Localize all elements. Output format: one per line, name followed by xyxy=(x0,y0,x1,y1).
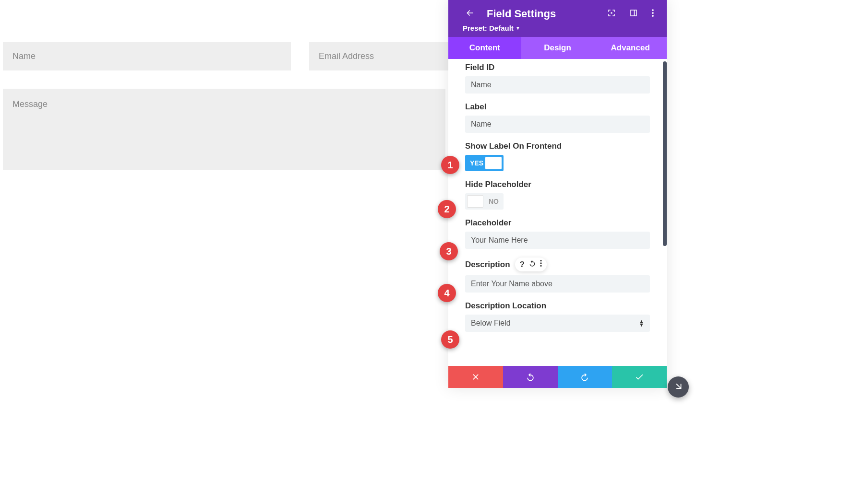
hide-placeholder-group: Hide Placeholder NO xyxy=(465,180,650,210)
field-id-label: Field ID xyxy=(465,63,650,72)
expand-fab[interactable] xyxy=(668,376,689,398)
toggle-yes-text: YES xyxy=(470,159,483,167)
message-textarea[interactable] xyxy=(3,89,445,170)
field-id-input[interactable] xyxy=(465,76,650,94)
more-vertical-icon[interactable] xyxy=(540,259,542,270)
svg-point-2 xyxy=(652,12,654,14)
hide-placeholder-toggle[interactable]: NO xyxy=(465,193,504,210)
panel-header: Field Settings Preset: Default ▼ xyxy=(448,0,667,37)
label-input[interactable] xyxy=(465,116,650,133)
placeholder-input[interactable] xyxy=(465,232,650,249)
redo-button[interactable] xyxy=(558,366,612,388)
caret-down-icon: ▼ xyxy=(516,25,520,31)
annotation-badge-4: 4 xyxy=(438,284,456,302)
show-label-label: Show Label On Frontend xyxy=(465,141,650,151)
annotation-badge-2: 2 xyxy=(438,200,456,218)
hide-placeholder-label: Hide Placeholder xyxy=(465,180,650,189)
annotation-badge-1: 1 xyxy=(441,156,459,174)
panel-title: Field Settings xyxy=(487,8,596,20)
toggle-handle xyxy=(467,195,483,208)
field-hover-actions: ? xyxy=(515,258,547,271)
panel-body: Field ID Label Show Label On Frontend YE… xyxy=(448,59,667,366)
svg-point-5 xyxy=(540,262,541,264)
svg-rect-0 xyxy=(611,12,612,14)
placeholder-label: Placeholder xyxy=(465,218,650,228)
description-group: Description ? xyxy=(465,258,650,293)
svg-point-3 xyxy=(652,15,654,17)
focus-icon[interactable] xyxy=(605,7,618,21)
field-id-group: Field ID xyxy=(465,63,650,94)
preset-dropdown[interactable]: Preset: Default ▼ xyxy=(463,24,656,32)
toggle-no-text: NO xyxy=(489,198,499,205)
reset-icon[interactable] xyxy=(528,259,536,270)
help-icon[interactable]: ? xyxy=(520,260,525,270)
svg-point-6 xyxy=(540,265,541,267)
tab-design[interactable]: Design xyxy=(521,37,594,59)
show-label-toggle[interactable]: YES xyxy=(465,155,504,171)
form-preview xyxy=(0,0,448,172)
description-label-text: Description xyxy=(465,260,510,270)
placeholder-group: Placeholder xyxy=(465,218,650,249)
more-icon[interactable] xyxy=(649,7,656,21)
annotation-badge-5: 5 xyxy=(441,330,459,349)
panel-footer xyxy=(448,366,667,388)
annotation-badge-3: 3 xyxy=(440,242,458,260)
show-label-group: Show Label On Frontend YES xyxy=(465,141,650,171)
undo-button[interactable] xyxy=(503,366,558,388)
svg-point-1 xyxy=(652,9,654,11)
label-label: Label xyxy=(465,102,650,112)
description-label: Description ? xyxy=(465,258,650,271)
toggle-handle xyxy=(485,157,502,169)
name-input[interactable] xyxy=(3,42,291,70)
description-input[interactable] xyxy=(465,275,650,293)
svg-point-4 xyxy=(540,260,541,261)
description-location-select[interactable] xyxy=(465,315,650,332)
save-button[interactable] xyxy=(612,366,667,388)
preset-label: Preset: Default xyxy=(463,24,514,32)
sidebar-toggle-icon[interactable] xyxy=(627,7,640,21)
email-input[interactable] xyxy=(309,42,448,70)
description-location-group: Description Location ▲▼ xyxy=(465,301,650,332)
cancel-button[interactable] xyxy=(448,366,503,388)
scrollbar[interactable] xyxy=(663,61,667,246)
label-group: Label xyxy=(465,102,650,133)
description-location-label: Description Location xyxy=(465,301,650,311)
settings-panel: Field Settings Preset: Default ▼ Content… xyxy=(448,0,667,388)
tabs: Content Design Advanced xyxy=(448,37,667,59)
tab-advanced[interactable]: Advanced xyxy=(594,37,667,59)
back-icon[interactable] xyxy=(463,7,477,21)
tab-content[interactable]: Content xyxy=(448,37,521,59)
